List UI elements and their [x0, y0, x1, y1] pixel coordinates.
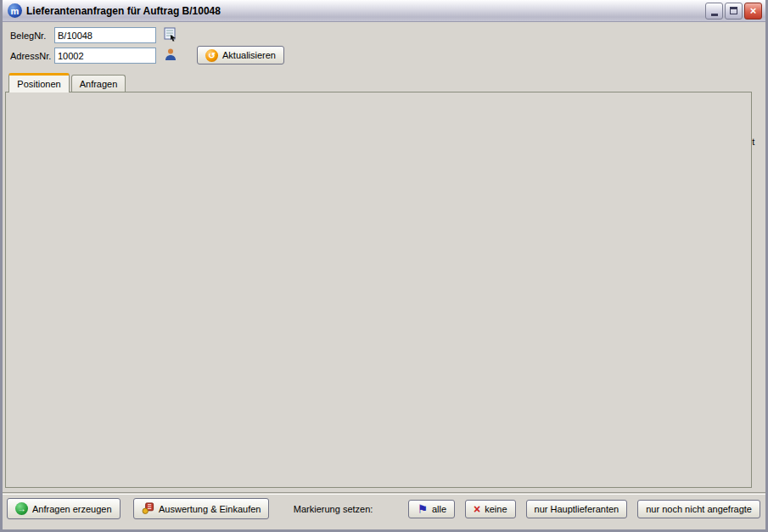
app-logo-icon: m [8, 3, 22, 18]
window-title: Lieferantenanfragen für Auftrag B/10048 [26, 5, 704, 17]
cart-chart-icon [142, 501, 154, 516]
anfragen-erzeugen-button[interactable]: → Anfragen erzeugen [7, 498, 121, 519]
tab-anfragen[interactable]: Anfragen [71, 75, 126, 92]
auswertung-einkaufen-button[interactable]: Auswertung & Einkaufen [133, 498, 269, 519]
maximize-button[interactable] [725, 3, 743, 20]
tab-positionen[interactable]: Positionen [8, 73, 70, 92]
minimize-button[interactable] [705, 3, 723, 20]
keine-button[interactable]: ×keine [465, 500, 515, 518]
adressnr-label: AdressNr. [10, 51, 51, 61]
close-button[interactable]: × [744, 3, 762, 20]
nur-hauptlieferanten-button[interactable]: nur Hauptlieferanten [526, 500, 628, 518]
belegnr-input[interactable] [54, 27, 156, 43]
titlebar: m Lieferantenanfragen für Auftrag B/1004… [3, 0, 765, 22]
app-window: m Lieferantenanfragen für Auftrag B/1004… [0, 0, 768, 532]
footer-separator [3, 492, 765, 495]
minimize-icon [711, 14, 718, 16]
aktualisieren-button[interactable]: ↺ Aktualisieren [197, 46, 284, 64]
nur-noch-nicht-angefragte-button[interactable]: nur noch nicht angefragte [637, 500, 760, 518]
go-arrow-icon: → [15, 502, 28, 515]
adressnr-input[interactable] [54, 48, 156, 64]
refresh-icon: ↺ [205, 49, 218, 62]
person-icon[interactable] [164, 48, 178, 62]
alle-button[interactable]: ⚑alle [408, 500, 455, 518]
tab-page [5, 92, 752, 488]
maximize-icon [730, 7, 737, 14]
flag-icon: ⚑ [417, 502, 428, 516]
aktualisieren-label: Aktualisieren [222, 50, 276, 60]
beleg-lookup-icon[interactable] [163, 27, 177, 42]
red-x-icon: × [474, 502, 480, 516]
markierung-setzen-label: Markierung setzen: [294, 504, 373, 514]
belegnr-label: BelegNr. [10, 31, 46, 41]
